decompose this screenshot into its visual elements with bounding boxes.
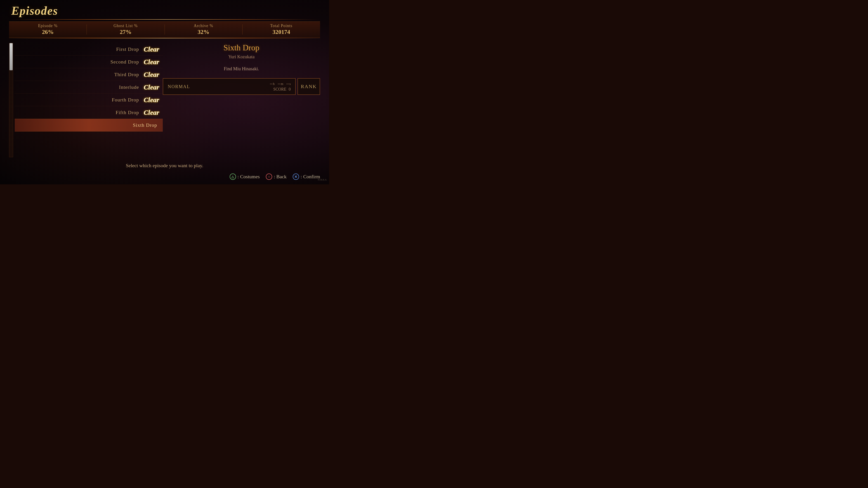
scrollbar-track[interactable] (9, 43, 13, 157)
points-stat-value: 320174 (243, 29, 320, 35)
score-mode: NORMAL (168, 84, 190, 89)
points-stat: Total Points 320174 (243, 24, 320, 35)
detail-description: Find Miu Hinasaki. (163, 66, 320, 71)
episode-stat-value: 26% (9, 29, 87, 35)
episode-item-first-drop[interactable]: First DropClear (15, 43, 163, 56)
clear-badge: Clear (143, 58, 160, 66)
confirm-label: : Confirm (301, 174, 320, 180)
rank-box: RANK (298, 78, 320, 95)
episode-name: Second Drop (15, 59, 143, 65)
episode-item-second-drop[interactable]: Second DropClear (15, 56, 163, 68)
scrollbar-thumb[interactable] (9, 43, 13, 70)
costumes-button-icon[interactable]: △ (230, 173, 236, 180)
bottom-instruction: Select which episode you want to play. (0, 163, 329, 168)
page-title: Episodes (11, 4, 58, 18)
costumes-label: : Costumes (238, 174, 260, 180)
episode-stat-label: Episode % (9, 24, 87, 28)
episode-item-third-drop[interactable]: Third DropClear (15, 68, 163, 81)
stats-divider (9, 38, 320, 38)
clear-badge: Clear (143, 109, 160, 116)
stats-bar: Episode % 26% Ghost List % 27% Archive %… (9, 22, 320, 38)
episode-name: First Drop (15, 46, 143, 52)
detail-title: Sixth Drop (163, 43, 320, 53)
score-label: SCORE (273, 87, 286, 92)
main-content: Episodes Episode % 26% Ghost List % 27% … (0, 0, 329, 184)
score-box: NORMAL --h --m --s SCORE 0 (163, 78, 296, 95)
episode-item-sixth-drop[interactable]: Sixth Drop (15, 119, 163, 131)
clear-badge: Clear (143, 45, 160, 53)
episode-stat: Episode % 26% (9, 24, 87, 35)
clear-badge: Clear (143, 96, 160, 104)
controls-bar: △: Costumes○: Back✕: Confirm (229, 173, 320, 180)
rank-label: RANK (301, 84, 317, 90)
score-value: 0 (289, 87, 291, 92)
ghost-stat-label: Ghost List % (87, 24, 164, 28)
detail-subtitle: Yuri Kozukata (163, 54, 320, 59)
episode-item-fourth-drop[interactable]: Fourth DropClear (15, 94, 163, 106)
episode-name: Interlude (15, 84, 143, 90)
clear-badge: Clear (143, 71, 160, 78)
episode-item-fifth-drop[interactable]: Fifth DropClear (15, 106, 163, 119)
points-stat-label: Total Points (243, 24, 320, 28)
ghost-stat-value: 27% (87, 29, 164, 35)
archive-stat-label: Archive % (165, 24, 242, 28)
back-button-icon[interactable]: ○ (266, 173, 272, 180)
episode-name: Fifth Drop (15, 109, 143, 116)
back-label: : Back (274, 174, 287, 180)
score-time-h: --h --m --s (270, 81, 291, 86)
episode-item-interlude[interactable]: InterludeClear (15, 81, 163, 94)
top-divider (9, 19, 320, 20)
episode-name: Sixth Drop (15, 122, 160, 128)
episode-list: First DropClearSecond DropClearThird Dro… (15, 43, 163, 157)
archive-stat: Archive % 32% (165, 24, 242, 35)
episode-list-area: First DropClearSecond DropClearThird Dro… (9, 43, 163, 157)
score-area: NORMAL --h --m --s SCORE 0 (163, 78, 320, 95)
detail-panel: Sixth Drop Yuri Kozukata Find Miu Hinasa… (163, 43, 320, 129)
episode-name: Fourth Drop (15, 97, 143, 103)
clear-badge: Clear (143, 84, 160, 91)
confirm-button-icon[interactable]: ✕ (293, 173, 299, 180)
archive-stat-value: 32% (165, 29, 242, 35)
ghost-stat: Ghost List % 27% (87, 24, 164, 35)
watermark: NIKKA (318, 178, 327, 181)
episode-name: Third Drop (15, 72, 143, 77)
